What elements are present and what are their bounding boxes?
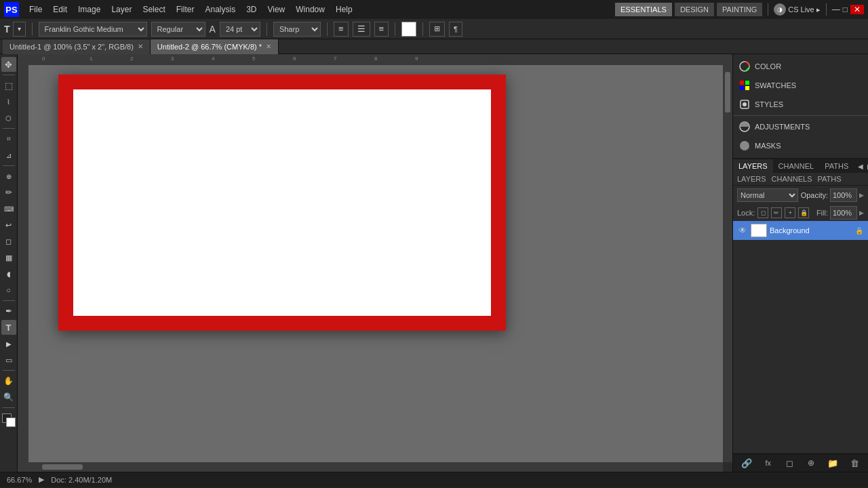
maximize-btn[interactable]: □: [843, 5, 848, 14]
history-brush-tool[interactable]: ↩: [1, 218, 16, 232]
layer-item-background[interactable]: 👁 Background 🔒: [733, 221, 868, 240]
menu-view[interactable]: View: [262, 3, 290, 16]
lock-all-btn[interactable]: +: [785, 207, 795, 218]
menu-window[interactable]: Window: [291, 3, 330, 16]
move-tool[interactable]: ✥: [1, 57, 16, 72]
shape-tool[interactable]: ▭: [1, 352, 16, 367]
crop-tool[interactable]: ⌗: [1, 131, 16, 146]
character-paragraph-btn[interactable]: ¶: [449, 22, 462, 37]
swatches-icon: [738, 79, 751, 92]
blend-mode-select[interactable]: Normal: [737, 188, 798, 202]
quick-selection-tool[interactable]: ⬡: [1, 110, 16, 125]
doc-info: Doc: 2.40M/1.20M: [51, 476, 112, 484]
layer-thumbnail: [751, 224, 767, 237]
menu-help[interactable]: Help: [331, 3, 357, 16]
lock-position-btn[interactable]: ✏: [771, 207, 782, 218]
paths-panel-icon[interactable]: PATHS: [818, 175, 842, 183]
add-mask-btn[interactable]: ◻: [784, 457, 796, 469]
eyedropper-tool[interactable]: ⊿: [1, 148, 16, 163]
clone-stamp-tool[interactable]: ⌨: [1, 201, 16, 216]
tab-channel[interactable]: CHANNEL: [773, 159, 820, 173]
minimize-btn[interactable]: —: [832, 5, 840, 14]
opacity-arrow[interactable]: ▶: [859, 192, 864, 199]
lock-pixels-btn[interactable]: ◻: [757, 207, 768, 218]
masks-icon: [738, 140, 751, 152]
anti-alias-select[interactable]: Sharp: [273, 22, 321, 37]
workspace-design-btn[interactable]: DESIGN: [675, 3, 714, 16]
healing-brush-tool[interactable]: ⊕: [1, 169, 16, 184]
align-center-btn[interactable]: ☰: [353, 22, 370, 37]
menu-edit[interactable]: Edit: [48, 3, 72, 16]
status-bar: 66.67% ▶ Doc: 2.40M/1.20M: [0, 472, 868, 487]
swatches-panel-btn[interactable]: SWATCHES: [733, 76, 868, 95]
workspace-painting-btn[interactable]: PAINTING: [717, 3, 762, 16]
lock-transparency-btn[interactable]: 🔒: [798, 207, 809, 218]
new-group-btn[interactable]: 📁: [827, 457, 839, 469]
fill-input[interactable]: [830, 206, 857, 220]
brush-tool[interactable]: ✏: [1, 185, 16, 200]
canvas-vscrollbar[interactable]: [723, 65, 732, 462]
tab-close-2[interactable]: ✕: [266, 43, 271, 50]
layers-controls: Normal Opacity: ▶: [733, 186, 868, 205]
eraser-tool[interactable]: ◻: [1, 234, 16, 249]
tab-paths[interactable]: PATHS: [819, 159, 854, 173]
color-panel-btn[interactable]: COLOR: [733, 57, 868, 76]
scroll-corner: [723, 462, 732, 472]
dodge-tool[interactable]: ○: [1, 283, 16, 298]
menu-image[interactable]: Image: [73, 3, 105, 16]
menu-select[interactable]: Select: [138, 3, 170, 16]
blur-tool[interactable]: ◖: [1, 266, 16, 281]
canvas-document: [58, 75, 506, 331]
layers-panel-icon[interactable]: LAYERS: [737, 175, 766, 183]
doc-tab-2[interactable]: Untitled-2 @ 66.7% (CMYK/8) * ✕: [151, 39, 279, 54]
styles-panel-btn[interactable]: STYLES: [733, 95, 868, 114]
doc-tab-1[interactable]: Untitled-1 @ 100% (3.5" x 2", RGB/8) ✕: [3, 39, 151, 54]
menu-file[interactable]: File: [24, 3, 47, 16]
pen-tool[interactable]: ✒: [1, 304, 16, 319]
zoom-tool[interactable]: 🔍: [1, 390, 16, 405]
type-tool[interactable]: T: [1, 320, 16, 335]
masks-panel-btn[interactable]: MASKS: [733, 136, 868, 155]
hand-tool[interactable]: ✋: [1, 373, 16, 388]
link-layers-btn[interactable]: 🔗: [741, 457, 753, 469]
close-btn[interactable]: ✕: [850, 5, 864, 14]
panel-icons: COLOR SWATCHES STYLES ADJUSTMENTS: [733, 54, 868, 158]
align-left-btn[interactable]: ≡: [334, 22, 349, 37]
svg-rect-3: [740, 86, 744, 90]
text-color-swatch[interactable]: [401, 22, 416, 37]
fill-arrow[interactable]: ▶: [859, 209, 864, 216]
delete-layer-btn[interactable]: 🗑: [848, 457, 861, 469]
lasso-tool[interactable]: ⌇: [1, 94, 16, 109]
font-family-select[interactable]: Franklin Gothic Medium: [39, 22, 147, 37]
ruler-vertical: [18, 65, 28, 472]
canvas-area[interactable]: 0 1 2 3 4 5 6 7 8 9: [18, 54, 732, 472]
layer-effects-btn[interactable]: fx: [762, 457, 774, 469]
gradient-tool[interactable]: ▦: [1, 250, 16, 265]
type-tool-indicator: T: [4, 24, 10, 35]
panel-expand-btn[interactable]: ◀: [856, 162, 865, 170]
adjustment-layer-btn[interactable]: ⊕: [805, 457, 817, 469]
align-right-btn[interactable]: ≡: [374, 22, 389, 37]
warp-text-btn[interactable]: ⊞: [429, 22, 445, 37]
rectangular-marquee-tool[interactable]: ⬚: [1, 78, 16, 93]
tab-close-1[interactable]: ✕: [138, 43, 143, 50]
opacity-input[interactable]: [830, 188, 857, 202]
menu-filter[interactable]: Filter: [172, 3, 199, 16]
status-expand-arrow[interactable]: ▶: [39, 475, 44, 484]
menu-analysis[interactable]: Analysis: [200, 3, 240, 16]
background-color-swatch[interactable]: [6, 418, 16, 427]
font-size-select[interactable]: 24 pt: [220, 22, 260, 37]
tab-layers[interactable]: LAYERS: [733, 159, 773, 173]
font-style-select[interactable]: Regular: [151, 22, 205, 37]
menu-layer[interactable]: Layer: [106, 3, 136, 16]
cursor-position: [251, 186, 252, 188]
path-selection-tool[interactable]: ▶: [1, 336, 16, 351]
canvas-hscrollbar[interactable]: [28, 462, 723, 472]
cs-live[interactable]: ◑ CS Live ▸: [774, 3, 821, 16]
adjustments-panel-btn[interactable]: ADJUSTMENTS: [733, 117, 868, 136]
layer-visibility-btn[interactable]: 👁: [737, 225, 748, 236]
workspace-essentials-btn[interactable]: ESSENTIALS: [615, 3, 672, 16]
menu-3d[interactable]: 3D: [241, 3, 261, 16]
channels-panel-icon[interactable]: CHANNELS: [772, 175, 812, 183]
tool-preset-btn[interactable]: ▾: [13, 22, 26, 37]
